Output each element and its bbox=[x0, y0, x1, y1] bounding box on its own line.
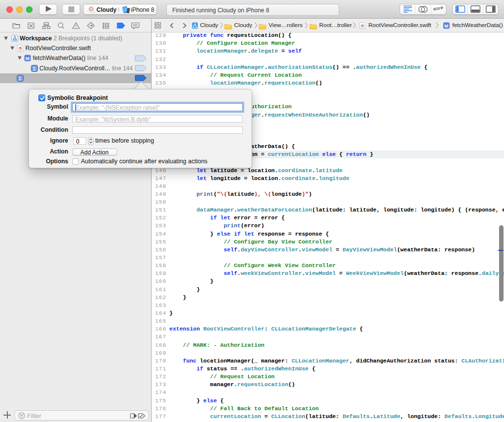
svg-text:Σ: Σ bbox=[19, 76, 22, 81]
svg-text:M: M bbox=[26, 56, 30, 61]
svg-text:M: M bbox=[444, 23, 448, 28]
svg-text:Σ: Σ bbox=[33, 65, 36, 71]
